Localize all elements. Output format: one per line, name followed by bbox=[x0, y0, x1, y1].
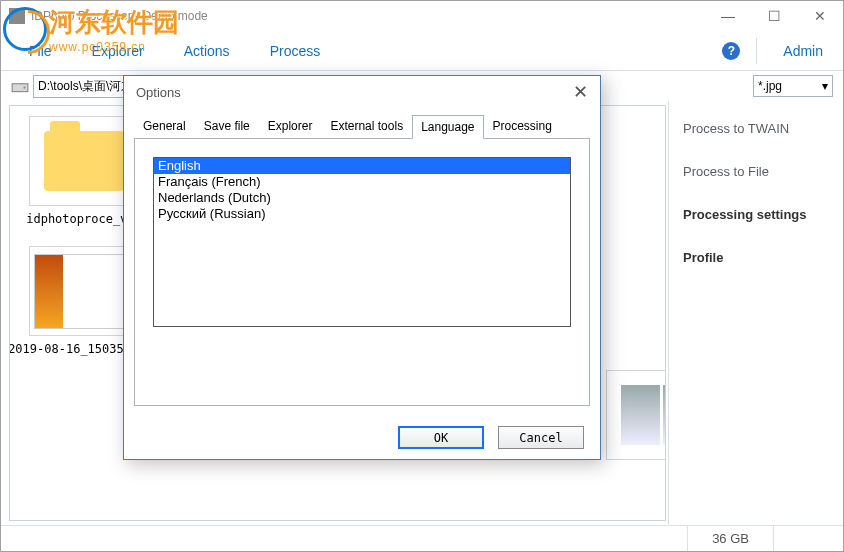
app-icon bbox=[9, 8, 25, 24]
ok-button[interactable]: OK bbox=[398, 426, 484, 449]
language-option[interactable]: Русский (Russian) bbox=[154, 206, 570, 222]
dialog-body: English Français (French) Nederlands (Du… bbox=[134, 138, 590, 406]
svg-point-1 bbox=[23, 87, 25, 89]
status-empty bbox=[773, 526, 843, 551]
help-icon[interactable]: ? bbox=[722, 42, 740, 60]
folder-icon bbox=[44, 131, 124, 191]
language-listbox[interactable]: English Français (French) Nederlands (Du… bbox=[153, 157, 571, 327]
dialog-title: Options bbox=[136, 85, 181, 100]
side-processing-settings[interactable]: Processing settings bbox=[683, 207, 829, 222]
side-profile[interactable]: Profile bbox=[683, 250, 829, 265]
tab-save-file[interactable]: Save file bbox=[195, 114, 259, 138]
tab-language[interactable]: Language bbox=[412, 115, 483, 139]
language-option[interactable]: Français (French) bbox=[154, 174, 570, 190]
dialog-tabstrip: General Save file Explorer External tool… bbox=[124, 108, 600, 138]
drive-icon[interactable] bbox=[11, 77, 29, 95]
side-process-twain[interactable]: Process to TWAIN bbox=[683, 121, 829, 136]
tab-processing[interactable]: Processing bbox=[484, 114, 561, 138]
window-title: IDPhoto Processor - Demo mode bbox=[31, 9, 208, 23]
side-process-file[interactable]: Process to File bbox=[683, 164, 829, 179]
minimize-button[interactable]: — bbox=[705, 1, 751, 31]
maximize-button[interactable]: ☐ bbox=[751, 1, 797, 31]
language-option[interactable]: Nederlands (Dutch) bbox=[154, 190, 570, 206]
menu-actions[interactable]: Actions bbox=[168, 37, 246, 65]
tab-external-tools[interactable]: External tools bbox=[321, 114, 412, 138]
tab-explorer[interactable]: Explorer bbox=[259, 114, 322, 138]
chevron-down-icon: ▾ bbox=[822, 79, 828, 93]
menubar: File Explorer Actions Process ? Admin bbox=[1, 31, 843, 71]
thumb-item[interactable] bbox=[597, 370, 666, 460]
side-panel: Process to TWAIN Process to File Process… bbox=[668, 101, 843, 525]
cancel-button[interactable]: Cancel bbox=[498, 426, 584, 449]
tab-general[interactable]: General bbox=[134, 114, 195, 138]
language-option[interactable]: English bbox=[154, 158, 570, 174]
options-dialog: Options ✕ General Save file Explorer Ext… bbox=[123, 75, 601, 460]
close-button[interactable]: ✕ bbox=[797, 1, 843, 31]
menu-admin[interactable]: Admin bbox=[763, 37, 843, 65]
dialog-close-icon[interactable]: ✕ bbox=[573, 81, 588, 103]
extension-filter[interactable]: *.jpg▾ bbox=[753, 75, 833, 97]
menu-process[interactable]: Process bbox=[254, 37, 337, 65]
dialog-buttons: OK Cancel bbox=[124, 416, 600, 459]
window-controls: — ☐ ✕ bbox=[705, 1, 843, 31]
divider bbox=[756, 38, 757, 64]
status-disk: 36 GB bbox=[687, 526, 773, 551]
menu-file[interactable]: File bbox=[13, 37, 68, 65]
menu-explorer[interactable]: Explorer bbox=[76, 37, 160, 65]
dialog-titlebar: Options ✕ bbox=[124, 76, 600, 108]
status-bar: 36 GB bbox=[1, 525, 843, 551]
